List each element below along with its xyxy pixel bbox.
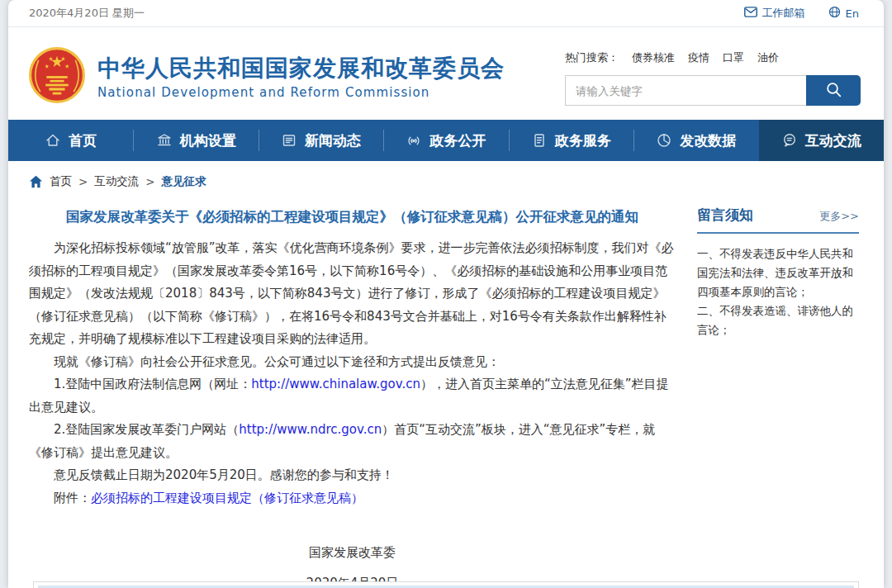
search-block: 热门搜索： 债券核准疫情口罩油价 <box>565 47 861 106</box>
globe-icon <box>828 6 841 21</box>
article-paragraph: 现就《修订稿》向社会公开征求意见。公众可通过以下途径和方式提出反馈意见： <box>29 351 676 374</box>
page: 2020年4月20日 星期一 工作邮箱 En <box>8 0 884 588</box>
home-icon[interactable] <box>29 175 43 188</box>
topbar-right: 工作邮箱 En <box>744 6 859 21</box>
nav-item[interactable]: 互动交流 <box>759 120 884 161</box>
hot-search-row: 热门搜索： 债券核准疫情口罩油价 <box>565 50 861 65</box>
breadcrumb-item: 意见征求 <box>162 174 206 189</box>
sidebar-rules: 一、不得发表违反中华人民共和国宪法和法律、违反改革开放和四项基本原则的言论；二、… <box>697 244 859 339</box>
article-paragraph: 2.登陆国家发展改革委门户网站（http://www.ndrc.gov.cn）首… <box>29 419 676 464</box>
paragraph-text: 2.登陆国家发展改革委门户网站（ <box>54 422 239 437</box>
inline-link[interactable]: http://www.ndrc.gov.cn <box>239 422 382 437</box>
breadcrumb-items: 首页>互动交流>意见征求 <box>50 174 206 189</box>
hot-search-term[interactable]: 油价 <box>757 50 779 65</box>
paragraph-text: 为深化招标投标领域“放管服”改革，落实《优化营商环境条例》要求，进一步完善依法必… <box>29 240 674 346</box>
nav-item[interactable]: 发改数据 <box>633 120 758 161</box>
nav-item-label: 新闻动态 <box>305 131 361 150</box>
nav-item-label: 互动交流 <box>805 131 861 150</box>
home-icon <box>45 132 61 149</box>
main-nav: 首页机构设置新闻动态政务公开政务服务发改数据互动交流 <box>8 120 884 161</box>
breadcrumb-item[interactable]: 首页 <box>50 174 72 189</box>
broadcast-icon <box>406 132 422 149</box>
site-title-english: National Development and Reform Commissi… <box>97 85 505 100</box>
institution-icon <box>156 132 173 149</box>
inline-link[interactable]: http://www.chinalaw.gov.cn <box>251 377 420 391</box>
inline-link[interactable]: 必须招标的工程建设项目规定（修订征求意见稿） <box>91 491 363 505</box>
sidebar-rule: 二、不得发表造谣、诽谤他人的言论； <box>697 301 859 339</box>
nav-item-label: 发改数据 <box>680 131 736 150</box>
nav-item[interactable]: 首页 <box>8 120 133 161</box>
site-titles: 中华人民共和国国家发展和改革委员会 National Development a… <box>97 55 505 100</box>
breadcrumb-item[interactable]: 互动交流 <box>94 174 139 189</box>
breadcrumb-separator: > <box>145 175 154 188</box>
language-label: En <box>846 7 859 20</box>
article-title: 国家发展改革委关于《必须招标的工程建设项目规定》（修订征求意见稿）公开征求意见的… <box>29 207 676 227</box>
hot-search-term[interactable]: 疫情 <box>688 50 709 65</box>
article-paragraph: 意见反馈截止日期为2020年5月20日。感谢您的参与和支持！ <box>29 464 676 487</box>
signature-name: 国家发展改革委 <box>29 538 676 568</box>
nav-item[interactable]: 政务公开 <box>383 120 508 161</box>
logo-block: 中华人民共和国国家发展和改革委员会 National Development a… <box>29 47 505 107</box>
chat-icon <box>781 132 798 149</box>
nav-item-label: 首页 <box>69 131 97 150</box>
nav-item-label: 政务公开 <box>429 131 486 150</box>
article-paragraph: 附件：必须招标的工程建设项目规定（修订征求意见稿） <box>29 487 676 510</box>
sidebar-title: 留言须知 <box>697 206 753 225</box>
article-paragraph: 为深化招标投标领域“放管服”改革，落实《优化营商环境条例》要求，进一步完善依法必… <box>29 237 676 351</box>
signature-block: 国家发展改革委 2020年4月20日 <box>29 538 676 588</box>
sidebar-more-link[interactable]: 更多>> <box>819 209 859 224</box>
paragraph-text: 1.登陆中国政府法制信息网（网址： <box>54 377 251 391</box>
main-content: 国家发展改革委关于《必须招标的工程建设项目规定》（修订征求意见稿）公开征求意见的… <box>8 197 884 588</box>
hot-search-term[interactable]: 口罩 <box>723 50 744 65</box>
search-button[interactable] <box>806 75 861 106</box>
nav-item-label: 机构设置 <box>180 131 236 150</box>
paragraph-text: 意见反馈截止日期为2020年5月20日。感谢您的参与和支持！ <box>54 467 394 482</box>
topbar-date: 2020年4月20日 星期一 <box>29 6 145 21</box>
hot-search-term[interactable]: 债券核准 <box>632 50 675 65</box>
news-icon <box>281 132 297 149</box>
hot-search-terms: 债券核准疫情口罩油价 <box>632 50 779 65</box>
article: 国家发展改革委关于《必须招标的工程建设项目规定》（修订征求意见稿）公开征求意见的… <box>29 199 697 588</box>
article-paragraph: 1.登陆中国政府法制信息网（网址：http://www.chinalaw.gov… <box>29 373 676 419</box>
work-mailbox-label: 工作邮箱 <box>762 6 805 21</box>
search-icon <box>825 81 842 101</box>
hot-search-label: 热门搜索： <box>565 50 619 65</box>
search-input[interactable] <box>565 75 806 106</box>
paragraph-text: 附件： <box>54 491 91 505</box>
sidebar: 留言须知 更多>> 一、不得发表违反中华人民共和国宪法和法律、违反改革开放和四项… <box>697 199 859 588</box>
pie-chart-icon <box>656 132 672 149</box>
sidebar-header: 留言须知 更多>> <box>697 206 859 234</box>
sidebar-rule: 一、不得发表违反中华人民共和国宪法和法律、违反改革开放和四项基本原则的言论； <box>697 244 859 301</box>
nav-item-label: 政务服务 <box>555 131 611 150</box>
site-header: 中华人民共和国国家发展和改革委员会 National Development a… <box>8 27 884 120</box>
language-toggle[interactable]: En <box>828 6 859 21</box>
site-title-chinese: 中华人民共和国国家发展和改革委员会 <box>97 55 505 83</box>
search-row <box>565 75 861 106</box>
nav-item[interactable]: 新闻动态 <box>259 120 383 161</box>
breadcrumb-separator: > <box>78 175 88 188</box>
nav-item[interactable]: 机构设置 <box>133 120 258 161</box>
breadcrumb: 首页>互动交流>意见征求 <box>8 161 884 197</box>
mail-icon <box>744 7 757 20</box>
article-body: 为深化招标投标领域“放管服”改革，落实《优化营商环境条例》要求，进一步完善依法必… <box>29 237 676 510</box>
document-icon <box>531 132 548 149</box>
national-emblem-logo <box>29 47 85 107</box>
bottom-section-box <box>33 581 859 588</box>
work-mailbox-link[interactable]: 工作邮箱 <box>744 6 805 21</box>
nav-item[interactable]: 政务服务 <box>509 120 633 161</box>
paragraph-text: 现就《修订稿》向社会公开征求意见。公众可通过以下途径和方式提出反馈意见： <box>54 354 500 369</box>
topbar: 2020年4月20日 星期一 工作邮箱 En <box>8 0 884 27</box>
